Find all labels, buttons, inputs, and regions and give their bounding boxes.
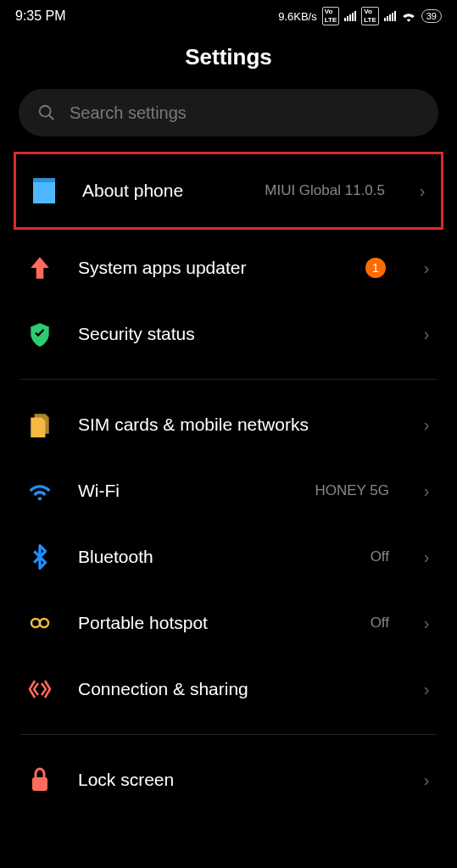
- item-label: Lock screen: [78, 770, 398, 790]
- page-title: Settings: [0, 44, 457, 70]
- svg-rect-4: [32, 777, 47, 791]
- item-label: Connection & sharing: [78, 679, 398, 699]
- item-label: SIM cards & mobile networks: [78, 415, 398, 435]
- shield-icon: [29, 321, 51, 347]
- status-bar: 9:35 PM 9.6KB/s VoLTE VoLTE 39: [0, 0, 457, 29]
- network-speed: 9.6KB/s: [278, 10, 317, 23]
- item-label: Security status: [78, 324, 398, 344]
- item-label: Bluetooth: [78, 547, 348, 567]
- chevron-right-icon: ›: [420, 680, 433, 699]
- chevron-right-icon: ›: [420, 259, 433, 278]
- chevron-right-icon: ›: [420, 771, 433, 790]
- item-value: MIUI Global 11.0.5: [265, 182, 385, 199]
- chevron-right-icon: ›: [420, 415, 433, 435]
- wifi-icon: [27, 481, 53, 501]
- arrow-up-icon: [29, 255, 51, 281]
- item-portable-hotspot[interactable]: Portable hotspot Off ›: [15, 590, 442, 656]
- item-system-apps-updater[interactable]: System apps updater 1 ›: [15, 235, 442, 301]
- chevron-right-icon: ›: [420, 548, 433, 567]
- svg-point-2: [31, 619, 40, 627]
- item-sim-cards[interactable]: SIM cards & mobile networks ›: [15, 392, 442, 458]
- signal-bars-2: [384, 11, 396, 21]
- item-label: Wi-Fi: [78, 481, 293, 501]
- item-value: Off: [371, 548, 389, 565]
- chevron-right-icon: ›: [420, 481, 433, 501]
- search-input[interactable]: [70, 103, 420, 123]
- item-label: System apps updater: [78, 258, 343, 278]
- volte-badge-1: VoLTE: [322, 7, 340, 25]
- search-box[interactable]: [19, 89, 438, 136]
- item-label: Portable hotspot: [78, 613, 348, 633]
- battery-indicator: 39: [421, 9, 442, 23]
- item-label: About phone: [82, 181, 242, 201]
- highlight-about-phone: About phone MIUI Global 11.0.5 ›: [14, 152, 443, 230]
- item-connection-sharing[interactable]: Connection & sharing ›: [15, 656, 442, 722]
- signal-bars-1: [344, 11, 356, 21]
- lock-icon: [30, 767, 50, 793]
- sim-card-icon: [29, 412, 51, 437]
- connection-icon: [28, 677, 52, 701]
- item-lock-screen[interactable]: Lock screen ›: [15, 747, 442, 813]
- volte-badge-2: VoLTE: [361, 7, 379, 25]
- item-wifi[interactable]: Wi-Fi HONEY 5G ›: [15, 458, 442, 524]
- bluetooth-icon: [31, 543, 49, 570]
- svg-line-1: [49, 115, 54, 120]
- item-about-phone[interactable]: About phone MIUI Global 11.0.5 ›: [20, 158, 437, 224]
- chevron-right-icon: ›: [420, 614, 433, 633]
- update-badge: 1: [365, 258, 386, 278]
- item-value: Off: [371, 615, 389, 632]
- section-divider: [20, 379, 437, 380]
- svg-point-0: [40, 106, 51, 117]
- wifi-status-icon: [401, 10, 416, 22]
- svg-point-3: [40, 619, 48, 627]
- phone-icon: [33, 178, 55, 203]
- item-security-status[interactable]: Security status ›: [15, 301, 442, 367]
- chevron-right-icon: ›: [420, 325, 433, 344]
- section-divider: [20, 734, 437, 735]
- chevron-right-icon: ›: [415, 181, 429, 201]
- status-time: 9:35 PM: [15, 8, 66, 24]
- search-icon: [37, 103, 56, 122]
- item-value: HONEY 5G: [315, 482, 389, 499]
- hotspot-icon: [27, 612, 53, 634]
- item-bluetooth[interactable]: Bluetooth Off ›: [15, 524, 442, 590]
